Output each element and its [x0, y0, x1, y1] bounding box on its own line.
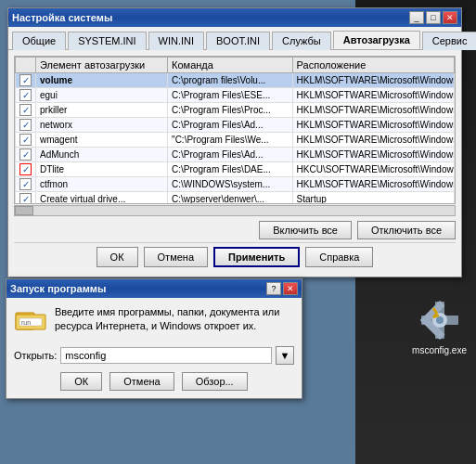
run-browse-button[interactable]: Обзор...: [182, 372, 248, 391]
run-ok-button[interactable]: ОК: [60, 372, 102, 391]
row-location: HKLM\SOFTWARE\Microsoft\Windows\CurrentV…: [292, 73, 454, 88]
row-command: C:\Program Files\Ad...: [168, 148, 293, 162]
run-dialog-titlebar-buttons: ? ✕: [266, 282, 298, 295]
msconfig-logo: [417, 297, 463, 343]
syscfg-window: Настройка системы _ □ ✕ Общие SYSTEM.INI…: [7, 7, 462, 277]
msconfig-exe-label: msconfig.exe: [412, 345, 467, 355]
row-name: volume: [36, 73, 168, 88]
row-checkbox[interactable]: ✓: [19, 148, 32, 161]
msconfig-icon-area: msconfig.exe: [412, 297, 467, 355]
apply-button[interactable]: Применить: [213, 247, 300, 267]
table-row[interactable]: ✓networxC:\Program Files\Ad...HKLM\SOFTW…: [16, 118, 455, 133]
row-checkbox[interactable]: ✓: [19, 193, 32, 204]
row-command: C:\Program Files\Proc...: [168, 103, 293, 118]
table-row[interactable]: ✓eguiC:\Program Files\ESE...HKLM\SOFTWAR…: [16, 88, 455, 103]
svg-point-5: [436, 316, 444, 324]
autoload-table: Элемент автозагрузки Команда Расположени…: [15, 57, 455, 204]
run-open-label: Открыть:: [14, 350, 57, 361]
row-checkbox[interactable]: ✓: [19, 134, 32, 146]
row-command: C:\Program Files\Ad...: [168, 118, 293, 133]
main-content: Элемент автозагрузки Команда Расположени…: [8, 50, 461, 277]
svg-text:run: run: [21, 319, 31, 326]
table-row[interactable]: ✓ctfmonC:\WINDOWS\system...HKLM\SOFTWARE…: [16, 177, 455, 192]
close-button[interactable]: ✕: [443, 11, 457, 24]
row-location: HKLM\SOFTWARE\Microsoft\Windows\CurrentV…: [292, 88, 454, 103]
row-command: C:\Program Files\ESE...: [168, 88, 293, 103]
table-row[interactable]: ✓AdMunchC:\Program Files\Ad...HKLM\SOFTW…: [16, 148, 455, 162]
row-command: C:\WINDOWS\system...: [168, 177, 293, 192]
row-location: HKLM\SOFTWARE\Microsoft\Windows\CurrentV…: [292, 148, 454, 162]
row-name: DTlite: [36, 162, 168, 177]
syscfg-title: Настройка системы: [12, 12, 112, 23]
run-dialog-top: run Введите имя программы, папки, докуме…: [14, 305, 294, 339]
table-row[interactable]: ✓wmagent"C:\Program Files\We...HKLM\SOFT…: [16, 133, 455, 148]
tab-autoload[interactable]: Автозагрузка: [333, 31, 420, 49]
table-row[interactable]: ✓prkillerC:\Program Files\Proc...HKLM\SO…: [16, 103, 455, 118]
cancel-button[interactable]: Отмена: [144, 247, 208, 267]
run-input-row: Открыть: ▼: [14, 346, 294, 365]
col-header-name: Элемент автозагрузки: [36, 58, 168, 73]
enable-all-button[interactable]: Включить все: [259, 221, 352, 239]
run-dialog-description: Введите имя программы, папки, документа …: [55, 305, 294, 334]
minimize-button[interactable]: _: [409, 11, 424, 24]
row-location: HKLM\SOFTWARE\Microsoft\Windows\CurrentV…: [292, 133, 454, 148]
row-checkbox[interactable]: ✓: [19, 163, 32, 175]
scrollbar-thumb[interactable]: [15, 206, 33, 215]
col-header-command: Команда: [168, 58, 293, 73]
run-help-button[interactable]: ?: [266, 282, 281, 295]
row-checkbox[interactable]: ✓: [19, 178, 32, 190]
tab-boot-ini[interactable]: BOOT.INI: [206, 32, 270, 50]
enable-disable-row: Включить все Отключить все: [14, 216, 456, 242]
run-dialog-titlebar: Запуск программы ? ✕: [6, 279, 302, 298]
row-name: ctfmon: [36, 177, 168, 192]
col-header-location: Расположение: [292, 58, 454, 73]
run-dropdown-arrow[interactable]: ▼: [276, 346, 294, 365]
row-name: wmagent: [36, 133, 168, 148]
tab-services[interactable]: Службы: [272, 32, 331, 50]
run-input-field[interactable]: [60, 347, 272, 364]
row-location: Startup: [292, 192, 454, 205]
autoload-table-wrapper[interactable]: Элемент автозагрузки Команда Расположени…: [14, 56, 456, 204]
col-header-check: [16, 58, 36, 73]
run-dialog-content: run Введите имя программы, папки, докуме…: [6, 298, 302, 398]
row-checkbox[interactable]: ✓: [19, 89, 32, 101]
row-location: HKLM\SOFTWARE\Microsoft\Windows\CurrentV…: [292, 118, 454, 133]
row-location: HKLM\SOFTWARE\Microsoft\Windows\CurrentV…: [292, 177, 454, 192]
row-command: "C:\Program Files\We...: [168, 133, 293, 148]
tabs-container: Общие SYSTEM.INI WIN.INI BOOT.INI Службы…: [8, 27, 461, 50]
disable-all-button[interactable]: Отключить все: [357, 221, 456, 239]
row-name: egui: [36, 88, 168, 103]
tab-service[interactable]: Сервис: [422, 32, 476, 50]
row-command: C:\program files\Volu...: [168, 73, 293, 88]
tab-win-ini[interactable]: WIN.INI: [148, 32, 205, 50]
run-dialog-icon: run: [14, 305, 47, 339]
row-checkbox[interactable]: ✓: [19, 104, 32, 116]
run-close-button[interactable]: ✕: [283, 282, 298, 295]
tab-system-ini[interactable]: SYSTEM.INI: [68, 32, 146, 50]
run-dialog: Запуск программы ? ✕ run Введите имя про…: [6, 278, 302, 399]
row-command: C:\wpserver\denwer\...: [168, 192, 293, 205]
tab-general[interactable]: Общие: [12, 32, 66, 50]
action-buttons-row: ОК Отмена Применить Справка: [14, 242, 456, 271]
row-checkbox[interactable]: ✓: [19, 74, 32, 86]
row-location: HKLM\SOFTWARE\Microsoft\Windows\CurrentV…: [292, 103, 454, 118]
row-name: AdMunch: [36, 148, 168, 162]
run-cancel-button[interactable]: Отмена: [109, 372, 174, 391]
titlebar-buttons: _ □ ✕: [409, 11, 457, 24]
run-dialog-title: Запуск программы: [10, 283, 106, 294]
table-row[interactable]: ✓DTliteC:\Program Files\DAE...HKCU\SOFTW…: [16, 162, 455, 177]
table-row[interactable]: ✓volumeC:\program files\Volu...HKLM\SOFT…: [16, 73, 455, 88]
ok-button[interactable]: ОК: [96, 247, 138, 267]
syscfg-titlebar: Настройка системы _ □ ✕: [8, 8, 461, 27]
run-dialog-buttons: ОК Отмена Обзор...: [14, 372, 294, 391]
row-checkbox[interactable]: ✓: [19, 119, 32, 131]
maximize-button[interactable]: □: [426, 11, 441, 24]
row-location: HKCU\SOFTWARE\Microsoft\Windows\CurrentV…: [292, 162, 454, 177]
row-name: Create virtual drive...: [36, 192, 168, 205]
row-name: networx: [36, 118, 168, 133]
row-name: prkiller: [36, 103, 168, 118]
horizontal-scrollbar[interactable]: [14, 205, 456, 216]
help-button[interactable]: Справка: [305, 247, 373, 267]
row-command: C:\Program Files\DAE...: [168, 162, 293, 177]
table-row[interactable]: ✓Create virtual drive...C:\wpserver\denw…: [16, 192, 455, 205]
